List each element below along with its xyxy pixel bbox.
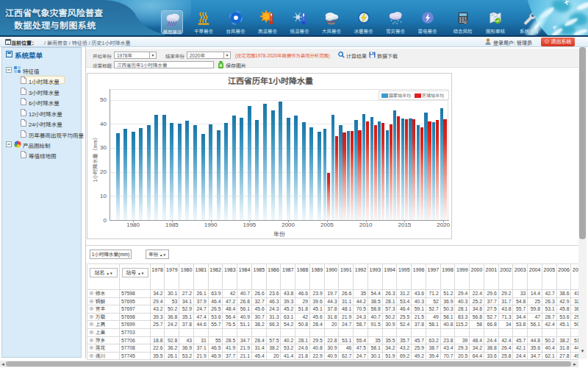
svg-text:*: * — [392, 23, 394, 26]
svg-text:*: * — [396, 23, 398, 26]
svg-text:*: * — [400, 21, 401, 25]
svg-text:*: * — [394, 21, 395, 25]
svg-text:*: * — [398, 20, 399, 24]
